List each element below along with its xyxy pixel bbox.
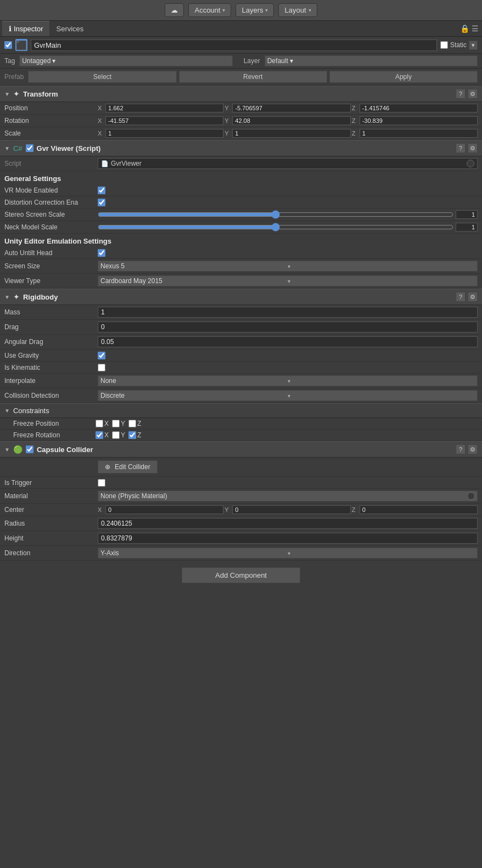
gvr-title: Gvr Viewer (Script) [37,144,452,153]
pos-z-input[interactable] [360,104,478,112]
center-z-input[interactable] [360,505,478,514]
viewer-type-dropdown[interactable]: Cardboard May 2015 ▾ [98,275,478,286]
static-checkbox[interactable] [440,41,448,49]
capsule-help-btn[interactable]: ? [456,444,466,454]
constraints-label: Constraints [13,407,478,415]
is-kinematic-checkbox[interactable] [98,364,105,371]
freeze-pos-y-checkbox[interactable] [112,420,120,427]
edit-collider-btn[interactable]: ⊕ Edit Collider [98,460,158,474]
rigidbody-section-header[interactable]: ▼ ✦ Rigidbody ? ⚙ [0,289,482,305]
material-circle-btn[interactable] [467,492,475,500]
is-trigger-checkbox[interactable] [98,479,105,487]
collision-dropdown[interactable]: Discrete ▾ [98,390,478,401]
drag-input[interactable] [98,322,478,332]
layer-select[interactable]: Default ▾ [265,55,478,66]
static-dropdown-btn[interactable]: ▾ [469,41,478,50]
stereo-scale-value[interactable] [456,210,478,219]
tab-services[interactable]: Services [49,21,90,36]
freeze-rot-z-label: Z [137,431,141,439]
material-field[interactable]: None (Physic Material) [98,491,478,501]
gvr-settings-btn[interactable]: ⚙ [468,143,478,153]
transform-collapse-icon: ▼ [4,91,10,97]
rot-y-input[interactable] [232,116,350,125]
rot-x-input[interactable] [105,116,223,125]
interpolate-value: None [100,377,288,385]
is-trigger-row: Is Trigger [0,477,482,489]
pos-y-label: Y [225,105,231,111]
viewer-type-label: Viewer Type [4,277,98,285]
radius-input[interactable] [98,518,478,529]
gvr-help-btn[interactable]: ? [456,143,466,153]
account-label: Account [194,6,220,14]
center-y-input[interactable] [232,505,350,514]
stereo-scale-slider[interactable] [98,210,453,219]
cloud-button[interactable]: ☁ [165,3,184,17]
height-label: Height [4,534,98,542]
freeze-pos-x-checkbox[interactable] [96,420,103,427]
interpolate-dropdown[interactable]: None ▾ [98,375,478,386]
rot-z-input[interactable] [360,116,478,125]
vr-mode-checkbox[interactable] [98,187,105,194]
script-value-field[interactable]: 📄 GvrViewer [98,158,478,169]
scale-z-input[interactable] [360,129,478,138]
lock-icon[interactable]: 🔒 [460,24,469,33]
edit-collider-label: Edit Collider [115,463,150,471]
freeze-rot-y-checkbox[interactable] [112,431,120,439]
tab-inspector[interactable]: ℹ Inspector [2,21,49,36]
menu-icon[interactable]: ☰ [472,24,479,33]
tag-arrow-icon: ▾ [52,57,55,65]
freeze-rot-z-checkbox[interactable] [128,431,136,439]
gvr-content: Script 📄 GvrViewer General Settings VR M… [0,156,482,289]
scale-x-input[interactable] [105,129,223,138]
script-row: Script 📄 GvrViewer [0,156,482,171]
select-button[interactable]: Select [28,71,176,83]
script-circle-btn[interactable] [467,160,474,167]
capsule-enabled-checkbox[interactable] [26,446,33,453]
center-row: Center X Y Z [0,504,482,516]
tag-select[interactable]: Untagged ▾ [19,55,232,66]
rigidbody-settings-btn[interactable]: ⚙ [468,292,478,302]
center-x-input[interactable] [105,505,223,514]
mass-input[interactable] [98,307,478,318]
layout-button[interactable]: Layout ▾ [278,3,317,17]
account-button[interactable]: Account ▾ [188,3,231,17]
revert-button[interactable]: Revert [179,71,327,83]
layers-button[interactable]: Layers ▾ [236,3,274,17]
constraints-header[interactable]: ▼ Constraints [0,403,482,418]
freeze-position-row: Freeze Position X Y Z [0,418,482,430]
apply-button[interactable]: Apply [329,71,478,83]
use-gravity-checkbox[interactable] [98,352,105,359]
freeze-rot-x-checkbox[interactable] [96,431,103,439]
cloud-icon: ☁ [171,6,178,14]
scale-y-input[interactable] [232,129,350,138]
transform-section-header[interactable]: ▼ ✦ Transform ? ⚙ [0,86,482,102]
direction-dropdown[interactable]: Y-Axis ▾ [98,548,478,559]
neck-scale-value[interactable] [456,223,478,232]
neck-scale-slider[interactable] [98,223,453,232]
capsule-content: ⊕ Edit Collider Is Trigger Material None… [0,458,482,561]
object-enabled-checkbox[interactable] [4,41,12,49]
distortion-checkbox[interactable] [98,199,105,206]
transform-settings-btn[interactable]: ⚙ [468,89,478,99]
pos-y-input[interactable] [232,104,350,112]
freeze-pos-z-checkbox[interactable] [128,420,136,427]
material-row: Material None (Physic Material) [0,489,482,504]
gvr-enabled-checkbox[interactable] [26,144,33,152]
object-name-input[interactable] [31,40,437,51]
pos-x-input[interactable] [105,104,223,112]
angular-drag-input[interactable] [98,336,478,347]
direction-value: Y-Axis [100,549,288,557]
gvr-section-header[interactable]: ▼ C# Gvr Viewer (Script) ? ⚙ [0,140,482,156]
capsule-section-header[interactable]: ▼ 🟢 Capsule Collider ? ⚙ [0,441,482,458]
center-xyz: X Y Z [98,505,478,514]
prefab-label: Prefab [4,73,24,81]
height-input[interactable] [98,533,478,544]
prefab-row: Prefab Select Revert Apply [0,69,482,86]
rigidbody-help-btn[interactable]: ? [456,292,466,302]
cube-icon: ⬛ [16,40,27,50]
screen-size-dropdown[interactable]: Nexus 5 ▾ [98,261,478,272]
auto-untilt-checkbox[interactable] [98,249,105,257]
capsule-settings-btn[interactable]: ⚙ [468,444,478,454]
transform-help-btn[interactable]: ? [456,89,466,99]
add-component-button[interactable]: Add Component [182,567,300,583]
